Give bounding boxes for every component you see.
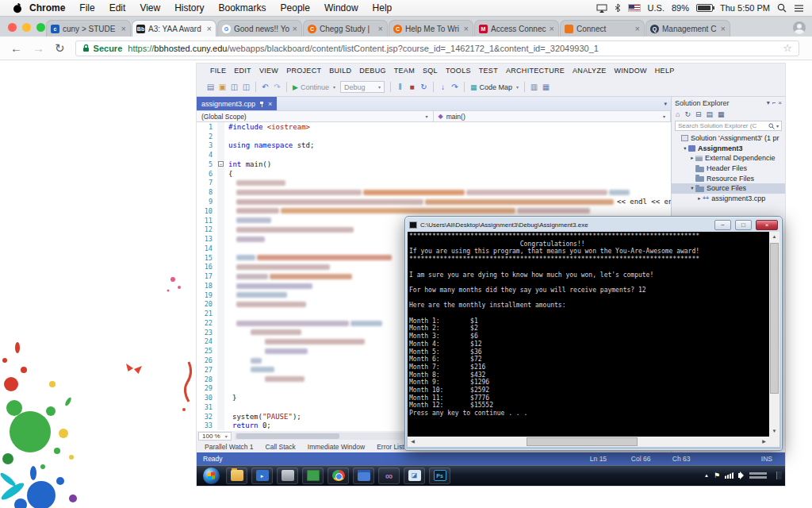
document-list-chevron-icon[interactable]: ▾ <box>664 101 671 107</box>
photo-viewer-taskbar-icon[interactable]: ◪ <box>404 468 425 484</box>
mac-menu-view[interactable]: View <box>140 2 160 13</box>
console-titlebar[interactable]: C:\Users\Ali\Desktop\Assignment3\Debug\A… <box>408 218 779 232</box>
browser-tab-management-c[interactable]: QManagement C× <box>645 20 730 37</box>
vs-menu-debug[interactable]: DEBUG <box>355 67 390 75</box>
mac-menu-help[interactable]: Help <box>373 2 393 13</box>
step-over-icon[interactable]: ↷ <box>449 83 461 91</box>
tree-item-source-files[interactable]: ▾Source Files <box>672 183 785 194</box>
panel-tab-parallel-watch-1[interactable]: Parallel Watch 1 <box>205 443 254 451</box>
visual-studio-taskbar-icon[interactable]: ∞ <box>378 468 400 484</box>
media-player-taskbar-icon[interactable]: ▸ <box>251 468 273 484</box>
tab-close-icon[interactable]: × <box>464 24 469 33</box>
tree-item-header-files[interactable]: Header Files <box>672 164 785 174</box>
stop-debug-icon[interactable]: ■ <box>406 83 418 91</box>
address-bar[interactable]: Secure https:// bbhosted.cuny.edu /webap… <box>75 40 799 56</box>
input-locale-label[interactable]: U.S. <box>648 3 665 13</box>
save-icon[interactable]: ◫ <box>228 83 240 91</box>
code-map-button[interactable]: ▦Code Map▾ <box>470 83 519 91</box>
forward-button[interactable]: → <box>33 41 44 55</box>
search-icon[interactable]: ▾ <box>768 123 779 129</box>
scroll-right-icon[interactable]: ▶ <box>759 437 769 447</box>
document-close-icon[interactable]: × <box>268 100 272 108</box>
toolbox-extra-icon[interactable]: ▦ <box>540 83 552 91</box>
console-output-area[interactable]: ****************************************… <box>408 232 779 447</box>
zoom-dropdown[interactable]: 100 % ▾ <box>198 432 232 441</box>
mac-menu-bookmarks[interactable]: Bookmarks <box>219 2 266 13</box>
panel-tab-error-list[interactable]: Error List <box>377 443 404 451</box>
find-in-files-icon[interactable]: ▥ <box>528 83 540 91</box>
window-zoom-button[interactable] <box>36 23 45 32</box>
hidden-icons-arrow[interactable]: ▲ <box>704 473 709 478</box>
notification-center-icon[interactable] <box>794 4 804 13</box>
refresh-icon[interactable]: ↻ <box>684 110 691 118</box>
home-icon[interactable]: ⌂ <box>676 110 680 118</box>
google-chrome-taskbar-icon[interactable] <box>327 468 349 484</box>
action-center-flag-icon[interactable]: ⚑ <box>714 471 720 479</box>
tree-item-assignment3-cpp[interactable]: ▸++assignment3.cpp <box>672 194 785 204</box>
taskbar-clock-area[interactable] <box>749 472 767 479</box>
show-desktop-button[interactable] <box>776 471 782 479</box>
photoshop-taskbar-icon[interactable]: Ps <box>429 468 450 484</box>
vs-menu-build[interactable]: BUILD <box>325 67 355 75</box>
console-window[interactable]: C:\Users\Ali\Desktop\Assignment3\Debug\A… <box>404 216 783 451</box>
undo-icon[interactable]: ↶ <box>259 83 271 91</box>
vs-menu-window[interactable]: WINDOW <box>611 67 651 75</box>
code-fold-icon[interactable]: − <box>218 161 224 167</box>
tree-item-assignment3[interactable]: ▾Assignment3 <box>672 144 785 154</box>
vs-menu-help[interactable]: HELP <box>651 67 679 75</box>
tree-item-resource-files[interactable]: Resource Files <box>672 173 785 183</box>
console-maximize-button[interactable]: □ <box>735 220 752 230</box>
properties-icon[interactable]: ▦ <box>718 110 725 118</box>
scrollbar-thumb[interactable] <box>770 243 779 394</box>
back-button[interactable]: ← <box>10 41 22 55</box>
browser-tab-cuny-stude[interactable]: ccuny > STUDE× <box>46 20 131 37</box>
bluetooth-icon[interactable] <box>615 3 621 13</box>
scope-dropdown[interactable]: (Global Scope) ▾ <box>197 111 434 121</box>
console-horizontal-scrollbar[interactable]: ◀ ▶ <box>408 437 769 447</box>
reload-button[interactable]: ↻ <box>55 41 65 56</box>
browser-tab-connect[interactable]: Connect× <box>560 20 645 37</box>
expanded-arrow-icon[interactable]: ▾ <box>682 145 688 152</box>
auto-hide-pin-icon[interactable]: ⌐ <box>772 99 776 106</box>
spotlight-search-icon[interactable] <box>777 3 787 13</box>
member-dropdown[interactable]: ◆ main() ▾ <box>434 111 671 121</box>
close-icon[interactable]: × <box>778 99 782 106</box>
mac-menu-window[interactable]: Window <box>324 2 358 13</box>
scrollbar-thumb[interactable] <box>527 437 638 446</box>
network-icon[interactable] <box>725 472 733 479</box>
new-file-icon[interactable]: ▤ <box>205 83 216 91</box>
apple-menu-icon[interactable] <box>13 2 22 13</box>
vs-menu-file[interactable]: FILE <box>206 67 230 75</box>
window-minimize-button[interactable] <box>22 23 31 32</box>
break-all-icon[interactable]: ‖ <box>394 83 406 91</box>
browser-tab-a3-yaa-award[interactable]: BbA3: YAA Award× <box>132 20 216 37</box>
vs-menu-architecture[interactable]: ARCHITECTURE <box>502 67 569 75</box>
vs-menu-team[interactable]: TEAM <box>390 67 419 75</box>
vs-menu-view[interactable]: VIEW <box>255 67 282 75</box>
show-all-files-icon[interactable]: ▤ <box>707 110 714 118</box>
tab-close-icon[interactable]: × <box>121 24 126 33</box>
vs-menu-edit[interactable]: EDIT <box>230 67 255 75</box>
tab-close-icon[interactable]: × <box>207 24 212 33</box>
browser-tab-access-connec[interactable]: MAccess Connec× <box>474 20 559 37</box>
console-minimize-button[interactable]: − <box>714 220 731 230</box>
calculator-taskbar-icon[interactable] <box>353 468 374 484</box>
vs-menu-test[interactable]: TEST <box>475 67 502 75</box>
solution-explorer-search-input[interactable]: Search Solution Explorer (C ▾ <box>675 121 782 131</box>
tree-item-solution-assignment3-1-pr[interactable]: Solution 'Assignment3' (1 pr <box>672 133 785 144</box>
continue-button[interactable]: ▶Continue▾ <box>293 83 335 91</box>
open-file-icon[interactable]: ▣ <box>216 83 228 91</box>
document-tab-assignment3[interactable]: assignment3.cpp × <box>197 97 277 110</box>
mac-menu-file[interactable]: File <box>79 2 94 13</box>
scroll-up-icon[interactable]: ▲ <box>769 232 779 242</box>
windows-explorer-taskbar-icon[interactable] <box>226 468 247 484</box>
mac-menu-chrome[interactable]: Chrome <box>29 2 65 13</box>
mac-menu-edit[interactable]: Edit <box>109 2 126 13</box>
tab-close-icon[interactable]: × <box>721 24 726 33</box>
tab-close-icon[interactable]: × <box>293 24 297 33</box>
vs-menu-project[interactable]: PROJECT <box>282 67 325 75</box>
scroll-down-icon[interactable]: ▼ <box>769 426 779 437</box>
browser-tab-help-me-to-wri[interactable]: CHelp Me To Wri× <box>389 20 473 37</box>
save-all-icon[interactable]: ◫ <box>240 83 252 91</box>
mac-menu-people[interactable]: People <box>281 2 310 13</box>
